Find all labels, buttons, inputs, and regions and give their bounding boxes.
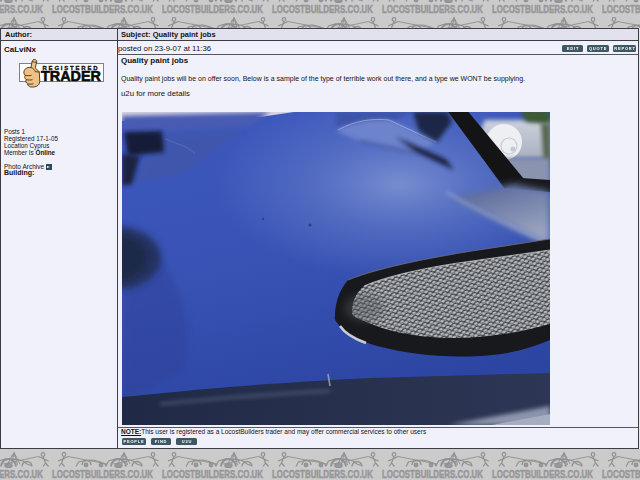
svg-text:TRADER: TRADER	[41, 68, 101, 84]
